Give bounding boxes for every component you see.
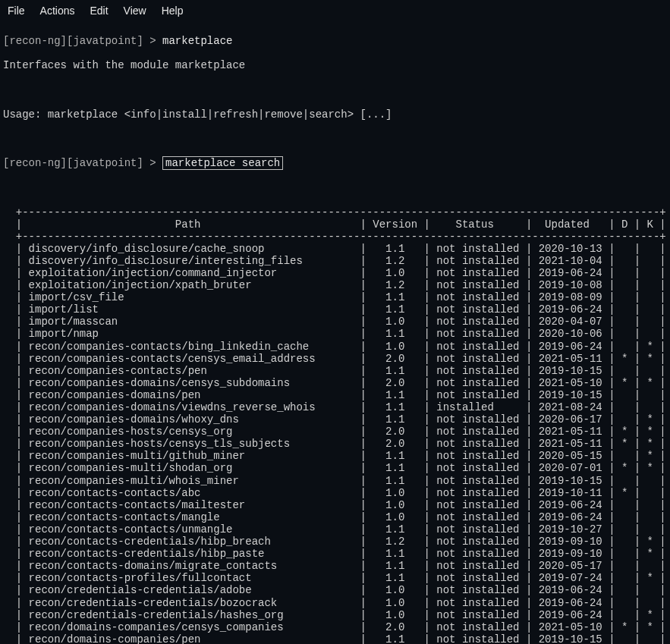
- interface-line: Interfaces with the module marketplace: [3, 59, 667, 71]
- table-row: | recon/companies-contacts/bing_linkedin…: [3, 341, 667, 353]
- table-row: | discovery/info_disclosure/cache_snoop …: [3, 243, 667, 255]
- table-row: | recon/contacts-contacts/abc | 1.0 | no…: [3, 487, 667, 499]
- table-row: | recon/contacts-contacts/mangle | 1.0 |…: [3, 511, 667, 523]
- table-row: | import/nmap | 1.1 | not installed | 20…: [3, 328, 667, 340]
- table-row: | import/csv_file | 1.1 | not installed …: [3, 291, 667, 303]
- table-row: | recon/companies-domains/censys_subdoma…: [3, 377, 667, 389]
- table-row: | recon/companies-contacts/pen | 1.1 | n…: [3, 365, 667, 377]
- table-row: | recon/contacts-contacts/unmangle | 1.1…: [3, 523, 667, 536]
- prompt-caret: >: [149, 35, 162, 47]
- table-row: | recon/companies-hosts/censys_org | 2.0…: [3, 426, 667, 438]
- usage-line: Usage: marketplace <info|install|refresh…: [3, 108, 667, 121]
- table-row: | import/masscan | 1.0 | not installed |…: [3, 316, 667, 328]
- table-row: | recon/credentials-credentials/hashes_o…: [3, 609, 667, 621]
- table-row: | recon/domains-companies/censys_compani…: [3, 621, 667, 633]
- prompt-caret: >: [149, 157, 162, 169]
- table-row: | recon/companies-hosts/censys_tls_subje…: [3, 438, 667, 450]
- table-row: | recon/companies-domains/pen | 1.1 | no…: [3, 389, 667, 401]
- table-row: | exploitation/injection/command_injecto…: [3, 267, 667, 279]
- table-row: | exploitation/injection/xpath_bruter | …: [3, 279, 667, 291]
- table-border: +---------------------------------------…: [3, 231, 667, 243]
- table-row: | recon/contacts-credentials/hibp_breach…: [3, 536, 667, 548]
- menu-view[interactable]: View: [124, 5, 146, 17]
- table-row: | recon/companies-multi/shodan_org | 1.1…: [3, 462, 667, 474]
- command-1: marketplace: [162, 35, 232, 47]
- table-row: | recon/companies-multi/whois_miner | 1.…: [3, 475, 667, 487]
- command-2-highlighted: marketplace search: [162, 156, 283, 170]
- menu-actions[interactable]: Actions: [40, 5, 75, 17]
- table-row: | recon/contacts-credentials/hibp_paste …: [3, 548, 667, 560]
- table-row: | recon/credentials-credentials/bozocrac…: [3, 597, 667, 609]
- table-row: | recon/credentials-credentials/adobe | …: [3, 584, 667, 596]
- menu-bar: File Actions Edit View Help: [0, 0, 670, 23]
- table-header: | Path | Version | Status | Updated | D …: [3, 218, 667, 231]
- table-row: | import/list | 1.1 | not installed | 20…: [3, 303, 667, 316]
- table-row: | recon/contacts-profiles/fullcontact | …: [3, 572, 667, 584]
- menu-help[interactable]: Help: [162, 5, 184, 17]
- table-row: | discovery/info_disclosure/interesting_…: [3, 255, 667, 267]
- table-row: | recon/domains-companies/pen | 1.1 | no…: [3, 633, 667, 644]
- menu-edit[interactable]: Edit: [90, 5, 108, 17]
- table-row: | recon/companies-contacts/censys_email_…: [3, 353, 667, 365]
- table-border: +---------------------------------------…: [3, 206, 667, 218]
- terminal-output[interactable]: [recon-ng][javatpoint] > marketplace Int…: [0, 23, 670, 644]
- prompt-context: [recon-ng][javatpoint]: [3, 35, 149, 47]
- menu-file[interactable]: File: [8, 5, 25, 17]
- results-table: +---------------------------------------…: [3, 206, 667, 645]
- table-row: | recon/contacts-domains/migrate_contact…: [3, 560, 667, 572]
- table-row: | recon/companies-domains/viewdns_revers…: [3, 401, 667, 413]
- table-row: | recon/contacts-contacts/mailtester | 1…: [3, 499, 667, 511]
- prompt-context: [recon-ng][javatpoint]: [3, 157, 149, 169]
- table-row: | recon/companies-multi/github_miner | 1…: [3, 450, 667, 462]
- table-row: | recon/companies-domains/whoxy_dns | 1.…: [3, 413, 667, 426]
